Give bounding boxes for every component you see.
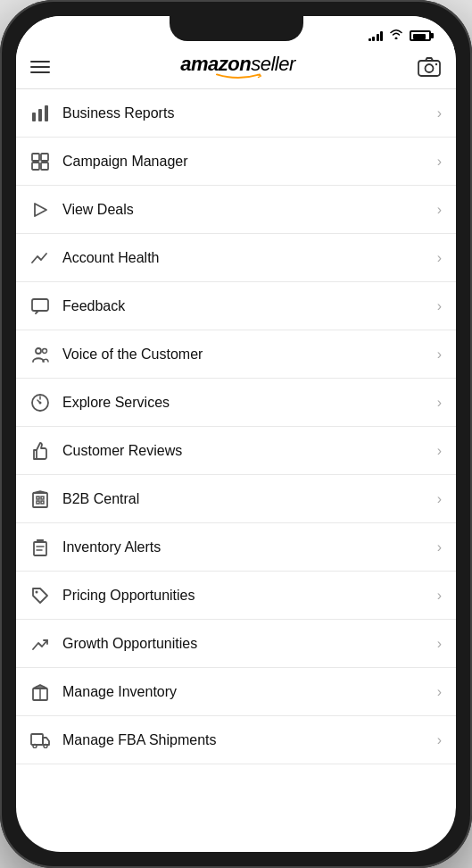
logo-seller: seller: [251, 54, 295, 74]
phone-frame: amazon seller Busines: [0, 0, 472, 868]
header-left: [30, 61, 59, 73]
chevron-right-icon: ›: [437, 539, 442, 555]
status-icons: [368, 29, 432, 42]
menu-item-left: Inventory Alerts: [30, 538, 161, 557]
menu-list: Business Reports › Campaign Manager › Vi…: [16, 89, 456, 827]
menu-item-label: Voice of the Customer: [62, 346, 203, 363]
svg-rect-17: [41, 497, 44, 499]
chevron-right-icon: ›: [437, 684, 442, 700]
trend-up-icon: [30, 634, 50, 654]
svg-point-28: [44, 744, 47, 747]
bar-chart-icon: [30, 104, 50, 123]
menu-item-label: B2B Central: [62, 491, 139, 507]
menu-item-left: Customer Reviews: [30, 441, 182, 461]
menu-item-voice-of-customer[interactable]: Voice of the Customer ›: [16, 330, 456, 379]
play-icon: [30, 200, 50, 220]
compass-icon: [30, 393, 50, 413]
chevron-right-icon: ›: [437, 636, 442, 652]
battery-icon: [410, 30, 431, 41]
menu-item-inventory-alerts[interactable]: Inventory Alerts ›: [16, 523, 456, 572]
menu-item-left: View Deals: [30, 200, 134, 220]
menu-item-left: Business Reports: [30, 104, 174, 123]
svg-point-11: [36, 348, 41, 354]
truck-icon: [30, 730, 50, 750]
comment-icon: [30, 296, 50, 316]
wifi-icon: [389, 29, 403, 42]
svg-rect-7: [41, 154, 48, 161]
menu-item-label: Growth Opportunities: [62, 636, 197, 652]
chevron-right-icon: ›: [437, 443, 442, 459]
chevron-right-icon: ›: [437, 588, 442, 604]
box-icon: [30, 682, 50, 702]
menu-item-left: Voice of the Customer: [30, 345, 203, 364]
chevron-right-icon: ›: [437, 105, 442, 121]
signal-icon: [368, 30, 384, 41]
hamburger-menu-button[interactable]: [30, 61, 50, 73]
menu-item-label: Account Health: [62, 250, 160, 266]
menu-item-growth-opportunities[interactable]: Growth Opportunities ›: [16, 620, 456, 668]
svg-rect-3: [32, 113, 36, 121]
menu-item-label: Manage FBA Shipments: [62, 732, 217, 748]
menu-item-manage-inventory[interactable]: Manage Inventory ›: [16, 668, 456, 716]
menu-item-label: Campaign Manager: [62, 154, 188, 170]
menu-item-label: Customer Reviews: [62, 443, 182, 459]
menu-item-left: B2B Central: [30, 489, 139, 509]
menu-item-view-deals[interactable]: View Deals ›: [16, 186, 456, 234]
tag-icon: [30, 586, 50, 605]
menu-item-b2b-central[interactable]: B2B Central ›: [16, 475, 456, 523]
svg-rect-10: [32, 299, 48, 311]
chevron-right-icon: ›: [437, 250, 442, 266]
svg-rect-16: [37, 497, 39, 499]
menu-item-customer-reviews[interactable]: Customer Reviews ›: [16, 427, 456, 475]
menu-item-left: Manage FBA Shipments: [30, 730, 217, 750]
svg-rect-8: [32, 163, 39, 170]
svg-point-2: [435, 63, 437, 65]
svg-rect-9: [41, 163, 48, 170]
menu-item-label: Feedback: [62, 298, 125, 314]
menu-item-label: Explore Services: [62, 395, 170, 411]
svg-point-23: [36, 590, 38, 593]
svg-rect-5: [45, 105, 48, 121]
chevron-right-icon: ›: [437, 395, 442, 411]
chevron-right-icon: ›: [437, 202, 442, 218]
chevron-right-icon: ›: [437, 732, 442, 748]
svg-rect-4: [38, 109, 42, 121]
menu-item-label: Inventory Alerts: [62, 539, 161, 555]
chevron-right-icon: ›: [437, 298, 442, 314]
svg-rect-0: [418, 61, 440, 76]
menu-item-pricing-opportunities[interactable]: Pricing Opportunities ›: [16, 572, 456, 620]
svg-rect-26: [31, 734, 43, 745]
app-header: amazon seller: [16, 47, 456, 89]
menu-item-account-health[interactable]: Account Health ›: [16, 234, 456, 282]
thumbs-up-icon: [30, 441, 50, 461]
menu-item-explore-services[interactable]: Explore Services ›: [16, 379, 456, 427]
menu-item-left: Explore Services: [30, 393, 170, 413]
amazon-smile: [211, 72, 265, 79]
grid-icon: [30, 152, 50, 171]
menu-item-label: Business Reports: [62, 105, 174, 121]
svg-rect-15: [33, 493, 47, 507]
svg-rect-19: [41, 501, 44, 504]
trend-icon: [30, 248, 50, 268]
menu-item-left: Manage Inventory: [30, 682, 177, 702]
amazon-seller-logo: amazon seller: [180, 54, 295, 79]
menu-item-business-reports[interactable]: Business Reports ›: [16, 89, 456, 138]
menu-item-label: Pricing Opportunities: [62, 588, 195, 604]
logo-amazon: amazon: [180, 54, 251, 74]
people-icon: [30, 345, 50, 364]
menu-item-left: Growth Opportunities: [30, 634, 197, 654]
camera-button[interactable]: [417, 54, 442, 79]
menu-item-campaign-manager[interactable]: Campaign Manager ›: [16, 138, 456, 186]
svg-rect-20: [34, 542, 46, 555]
menu-item-manage-fba-shipments[interactable]: Manage FBA Shipments ›: [16, 716, 456, 764]
svg-rect-6: [32, 154, 39, 161]
chevron-right-icon: ›: [437, 154, 442, 170]
svg-point-27: [33, 744, 37, 747]
svg-rect-18: [37, 501, 39, 504]
phone-notch: [170, 16, 303, 41]
phone-screen: amazon seller Busines: [16, 16, 456, 852]
building-icon: [30, 489, 50, 509]
menu-item-label: Manage Inventory: [62, 684, 177, 700]
menu-item-feedback[interactable]: Feedback ›: [16, 282, 456, 330]
menu-item-label: View Deals: [62, 202, 134, 218]
